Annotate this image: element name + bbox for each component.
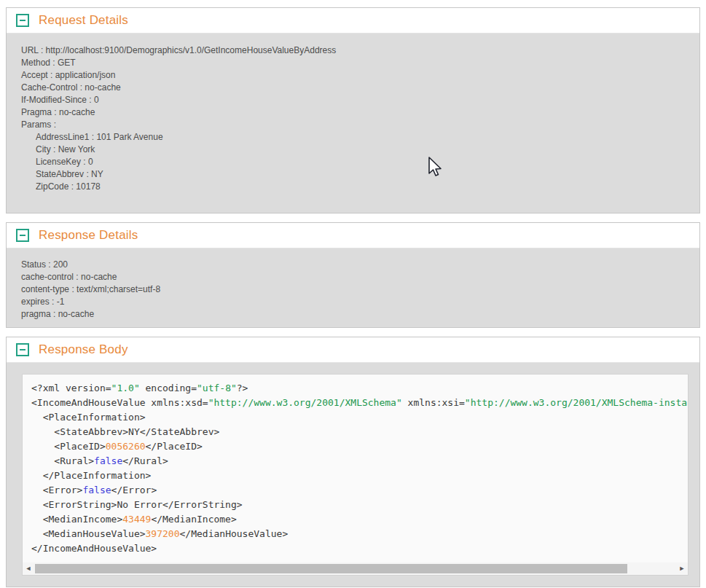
detail-line: Method : GET <box>21 57 685 69</box>
detail-line: If-Modified-Since : 0 <box>21 94 685 106</box>
code-line: <?xml version="1.0" encoding="utf-8"?> <box>31 381 688 396</box>
minus-glyph <box>20 349 26 350</box>
code-line: <IncomeAndHouseValue xmlns:xsd="http://w… <box>31 396 688 410</box>
response-body-header[interactable]: Response Body <box>7 337 699 363</box>
detail-line: LicenseKey : 0 <box>21 156 685 168</box>
detail-line: City : New York <box>21 144 685 156</box>
detail-line: Status : 200 <box>21 259 685 271</box>
response-detail-lines: Status : 200cache-control : no-cachecont… <box>21 259 685 321</box>
response-details-body: Status : 200cache-control : no-cachecont… <box>7 248 699 327</box>
code-line: <ErrorString>No Error</ErrorString> <box>31 498 688 512</box>
collapse-minus-icon[interactable] <box>16 229 29 242</box>
response-body-content: <?xml version="1.0" encoding="utf-8"?><I… <box>7 363 699 587</box>
panel-title: Response Body <box>39 342 128 357</box>
xml-code-box[interactable]: <?xml version="1.0" encoding="utf-8"?><I… <box>22 374 689 576</box>
code-line: <Error>false</Error> <box>31 483 688 498</box>
scrollbar-thumb[interactable] <box>35 564 627 573</box>
detail-line: expires : -1 <box>21 296 685 308</box>
code-line: <PlaceID>0056260</PlaceID> <box>31 439 688 454</box>
panel-title: Response Details <box>39 228 138 243</box>
panel-title: Request Details <box>39 13 128 28</box>
collapse-minus-icon[interactable] <box>16 343 29 356</box>
code-line: <StateAbbrev>NY</StateAbbrev> <box>31 425 688 439</box>
code-line: <MedianIncome>43449</MedianIncome> <box>31 512 688 527</box>
minus-glyph <box>20 235 26 236</box>
detail-line: AddressLine1 : 101 Park Avenue <box>21 131 685 144</box>
code-line: <Rural>false</Rural> <box>31 454 688 469</box>
request-detail-lines: URL : http://localhost:9100/Demographics… <box>21 44 685 193</box>
detail-line: Cache-Control : no-cache <box>21 82 685 94</box>
request-details-body: URL : http://localhost:9100/Demographics… <box>7 34 699 213</box>
request-details-header[interactable]: Request Details <box>7 8 699 34</box>
code-line: </PlaceInformation> <box>31 469 688 483</box>
response-details-panel: Response Details Status : 200cache-contr… <box>6 222 700 328</box>
code-line: <PlaceInformation> <box>31 410 688 425</box>
response-body-panel: Response Body <?xml version="1.0" encodi… <box>6 337 700 587</box>
detail-line: pragma : no-cache <box>21 308 685 321</box>
collapse-minus-icon[interactable] <box>16 14 29 27</box>
horizontal-scrollbar[interactable]: ◄ ► <box>23 562 688 575</box>
detail-line: content-type : text/xml;charset=utf-8 <box>21 283 685 296</box>
detail-line: cache-control : no-cache <box>21 271 685 283</box>
detail-line: Params : <box>21 119 685 131</box>
detail-line: URL : http://localhost:9100/Demographics… <box>21 44 685 57</box>
detail-line: ZipCode : 10178 <box>21 181 685 193</box>
request-details-panel: Request Details URL : http://localhost:9… <box>6 7 700 213</box>
detail-line: Accept : application/json <box>21 69 685 82</box>
code-line: </IncomeAndHouseValue> <box>31 541 688 556</box>
detail-line: Pragma : no-cache <box>21 106 685 119</box>
scroll-right-arrow-icon[interactable]: ► <box>676 562 688 575</box>
code-line: <MedianHouseValue>397200</MedianHouseVal… <box>31 527 688 541</box>
detail-line: StateAbbrev : NY <box>21 168 685 181</box>
minus-glyph <box>20 20 26 21</box>
scroll-left-arrow-icon[interactable]: ◄ <box>23 562 34 575</box>
xml-code: <?xml version="1.0" encoding="utf-8"?><I… <box>23 375 688 562</box>
response-details-header[interactable]: Response Details <box>7 223 699 248</box>
